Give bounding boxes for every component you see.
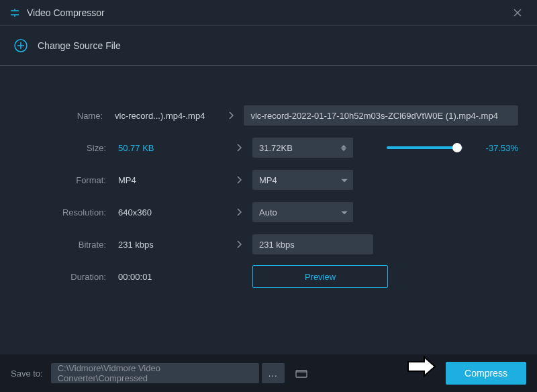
- slider-thumb[interactable]: [452, 143, 462, 152]
- bitrate-label: Bitrate:: [19, 240, 118, 250]
- chevron-right-icon: [226, 240, 252, 248]
- save-path-field[interactable]: C:\Vidmore\Vidmore Video Converter\Compr…: [51, 363, 259, 383]
- name-label: Name:: [19, 111, 115, 121]
- resolution-current: 640x360: [118, 207, 226, 217]
- size-reduction: -37.53%: [463, 143, 518, 153]
- slider-fill: [387, 146, 457, 149]
- settings-form: Name: vlc-record...).mp4-.mp4 vlc-record…: [0, 66, 537, 293]
- browse-button[interactable]: ...: [262, 363, 285, 383]
- format-current: MP4: [118, 175, 226, 185]
- open-folder-button[interactable]: [291, 363, 311, 383]
- save-path-value: C:\Vidmore\Vidmore Video Converter\Compr…: [58, 363, 252, 383]
- chevron-right-icon: [226, 176, 252, 184]
- add-icon: [13, 38, 28, 53]
- row-resolution: Resolution: 640x360 Auto: [19, 196, 518, 228]
- name-output-input[interactable]: vlc-record-2022-01-17-10h52m03s-ZCl69dVt…: [244, 105, 518, 126]
- bitrate-output-input[interactable]: 231 kbps: [252, 234, 373, 254]
- duration-label: Duration:: [19, 272, 118, 282]
- row-name: Name: vlc-record...).mp4-.mp4 vlc-record…: [19, 99, 518, 132]
- row-bitrate: Bitrate: 231 kbps 231 kbps: [19, 228, 518, 260]
- format-output-value: MP4: [259, 175, 277, 185]
- compress-button[interactable]: Compress: [446, 362, 526, 385]
- folder-icon: [295, 369, 307, 378]
- name-output-value: vlc-record-2022-01-17-10h52m03s-ZCl69dVt…: [250, 111, 497, 121]
- size-current: 50.77 KB: [118, 143, 226, 153]
- size-label: Size:: [19, 143, 118, 153]
- format-label: Format:: [19, 175, 118, 185]
- duration-current: 00:00:01: [118, 272, 226, 282]
- close-button[interactable]: [507, 3, 528, 23]
- bitrate-output-value: 231 kbps: [259, 240, 295, 250]
- window-title: Video Compressor: [27, 7, 105, 18]
- bitrate-current: 231 kbps: [118, 240, 226, 250]
- save-to-label: Save to:: [11, 369, 43, 379]
- chevron-down-icon: [341, 207, 348, 217]
- size-output-value: 31.72KB: [259, 143, 293, 153]
- stepper-arrows-icon[interactable]: [341, 145, 346, 151]
- format-output-select[interactable]: MP4: [252, 170, 353, 190]
- resolution-output-value: Auto: [259, 207, 277, 217]
- resolution-label: Resolution:: [19, 207, 118, 217]
- chevron-right-icon: [218, 111, 244, 119]
- size-output-stepper[interactable]: 31.72KB: [252, 138, 353, 158]
- preview-button[interactable]: Preview: [252, 265, 388, 288]
- chevron-right-icon: [226, 208, 252, 216]
- chevron-down-icon: [341, 175, 348, 185]
- row-duration: Duration: 00:00:01 Preview: [19, 260, 518, 293]
- change-source-row[interactable]: Change Source File: [0, 26, 537, 66]
- name-current: vlc-record...).mp4-.mp4: [115, 111, 218, 121]
- row-format: Format: MP4 MP4: [19, 164, 518, 196]
- size-slider[interactable]: [387, 146, 463, 149]
- resolution-output-select[interactable]: Auto: [252, 202, 353, 222]
- app-icon: [9, 7, 20, 18]
- change-source-label: Change Source File: [38, 40, 121, 51]
- footer-bar: Save to: C:\Vidmore\Vidmore Video Conver…: [0, 354, 537, 392]
- chevron-right-icon: [226, 144, 252, 152]
- title-bar: Video Compressor: [0, 0, 537, 26]
- row-size: Size: 50.77 KB 31.72KB -37.53%: [19, 132, 518, 164]
